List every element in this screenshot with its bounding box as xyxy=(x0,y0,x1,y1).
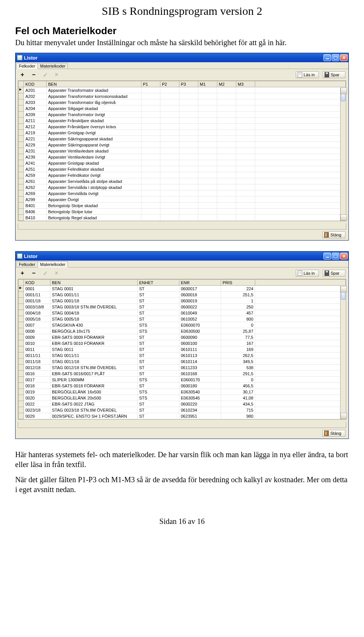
table-row[interactable]: 0011STAG 0011ST0610111169 xyxy=(19,346,346,352)
table-row[interactable]: 0009EBR-SATS 0009 FÖRANKRST060009077,5 xyxy=(19,334,346,340)
table-row[interactable]: A219Apparater Gnistgap övrigt xyxy=(19,130,346,136)
column-header[interactable]: ENR xyxy=(179,280,221,286)
cell xyxy=(141,166,160,172)
table-row[interactable]: A299Apparater Övrigt xyxy=(19,197,346,203)
table-row[interactable]: 0018EBR-SATS 0018 FÖRANKRST0600180456,5 xyxy=(19,383,346,389)
remove-button[interactable] xyxy=(30,71,38,79)
felkoder-grid[interactable]: KODBENP1P2P3M1M2M3A201Apparater Transfor… xyxy=(18,80,346,221)
remove-button[interactable] xyxy=(30,269,38,277)
column-header[interactable]: ENHET xyxy=(138,280,179,286)
tab-materielkoder[interactable]: Materielkoder xyxy=(38,63,68,69)
column-header[interactable]: P2 xyxy=(160,81,179,87)
column-header[interactable]: BEN xyxy=(50,280,138,286)
column-header[interactable]: KOD xyxy=(24,280,50,286)
column-header[interactable]: P1 xyxy=(141,81,160,87)
table-row[interactable]: 0004/18STAG 0004/18ST0610049457 xyxy=(19,310,346,316)
table-row[interactable]: 0022EBR-SATS 0022 JTAGST0600220434,5 xyxy=(19,401,346,407)
table-row[interactable]: A259Apparater Felindikator övrigt xyxy=(19,172,346,178)
table-row[interactable]: 0016EBR-SATS 0016/0017 PLÅTST0610168291,… xyxy=(19,371,346,377)
vertical-scrollbar[interactable] xyxy=(340,286,346,419)
minimize-button[interactable] xyxy=(323,54,331,61)
cancel-button[interactable] xyxy=(53,71,60,79)
table-row[interactable]: 0005/18STAG 0005/18ST0610052800 xyxy=(19,316,346,322)
table-row[interactable]: 0019BERGÖGLELÄNK 16x500STSE063054030,17 xyxy=(19,389,346,395)
table-row[interactable]: A211Apparater Frånskiljare skadad xyxy=(19,118,346,124)
read-label: Läs in xyxy=(304,72,315,77)
read-button[interactable]: Läs in xyxy=(296,270,319,277)
table-row[interactable]: A229Apparater Säkringsapparat övrigt xyxy=(19,142,346,148)
cell: ST xyxy=(138,304,179,310)
cell xyxy=(141,172,160,178)
close-window-button[interactable]: Stäng xyxy=(322,231,345,238)
table-row[interactable]: A239Apparater Ventilavledare övrigt xyxy=(19,154,346,160)
table-row[interactable]: 0001STAG 0001ST0600017224 xyxy=(19,286,346,292)
close-button[interactable] xyxy=(340,253,348,260)
cancel-button[interactable] xyxy=(53,269,60,277)
cell xyxy=(141,178,160,184)
table-row[interactable]: A201Apparater Transformator skadad xyxy=(19,87,346,93)
column-header[interactable]: M3 xyxy=(236,81,255,87)
close-window-button[interactable]: Stäng xyxy=(322,430,345,437)
table-row[interactable]: A269Apparater Servislåda övrigt xyxy=(19,190,346,197)
column-header[interactable]: P3 xyxy=(179,81,198,87)
cell: STS xyxy=(138,389,179,395)
cell: Apparater Ventilavledare skadad xyxy=(47,148,141,154)
tab-materielkoder[interactable]: Materielkoder xyxy=(38,261,68,267)
table-row[interactable]: A204Apparater Siligagel skadad xyxy=(19,105,346,112)
table-row[interactable]: 0007STAGSKIVA 430STSE06000700 xyxy=(19,322,346,328)
tab-felkoder[interactable]: Felkoder xyxy=(16,63,38,69)
cell: 0008 xyxy=(24,328,50,334)
close-button[interactable] xyxy=(340,54,348,61)
maximize-button[interactable] xyxy=(332,253,339,260)
table-row[interactable]: A241Apparater Gnistgap skadad xyxy=(19,160,346,166)
table-row[interactable]: A212Apparater Frånskiljare översyn krävs xyxy=(19,124,346,130)
confirm-button[interactable] xyxy=(41,269,49,277)
column-header[interactable]: PRIS xyxy=(221,280,255,286)
table-row[interactable]: 0017SLIPER 1300MMSTSE06001700 xyxy=(19,377,346,383)
column-header[interactable]: BEN xyxy=(47,81,141,87)
table-row[interactable]: 0010EBR-SATS 0010 FÖRANKRST0600100167 xyxy=(19,340,346,346)
table-row[interactable]: A221Apparater Säkringsapparat skadad xyxy=(19,136,346,142)
add-button[interactable] xyxy=(19,71,26,79)
table-row[interactable]: A209Apparater Transformator övrigt xyxy=(19,112,346,118)
confirm-button[interactable] xyxy=(41,71,49,79)
column-header[interactable]: M2 xyxy=(217,81,236,87)
read-button[interactable]: Läs in xyxy=(296,71,319,78)
table-row[interactable]: 0003/18/8STAG 0003/18 STN.8M ÖVERDELST06… xyxy=(19,304,346,310)
table-row[interactable]: 0012/18STAG 0012/18 STN.8M ÖVERDELST0611… xyxy=(19,365,346,371)
table-row[interactable]: A262Apparater Servislåda i stolptopp ska… xyxy=(19,184,346,190)
add-button[interactable] xyxy=(19,269,26,277)
minimize-button[interactable] xyxy=(323,253,331,260)
table-row[interactable]: 0020BERGÖGLELÄNK 20x500STSE063054541,08 xyxy=(19,395,346,401)
page-footer: Sidan 16 av 16 xyxy=(15,517,349,526)
table-row[interactable]: 0023/18STAG 0023/18 STN.8M ÖVERDELST0610… xyxy=(19,407,346,413)
table-row[interactable]: A251Apparater Felindikator skadad xyxy=(19,166,346,172)
table-row[interactable]: 0008BERGÖGLA 18x175STSE063050025,87 xyxy=(19,328,346,334)
table-row[interactable]: A231Apparater Ventilavledare skadad xyxy=(19,148,346,154)
cell: E0630545 xyxy=(179,395,221,401)
table-row[interactable]: A203Apparater Transformator låg oljenivå xyxy=(19,99,346,105)
table-row[interactable]: 00290029/SPEC. ENSTO SH 1 FÖRSTJÄRNST062… xyxy=(19,413,346,419)
titlebar[interactable]: Listor xyxy=(16,252,348,261)
table-row[interactable]: A261Apparater Serviselåda på stolpe skad… xyxy=(19,178,346,184)
cell: STS xyxy=(138,322,179,328)
table-row[interactable]: 0011/11STAG 0011/11ST0610113262,5 xyxy=(19,352,346,359)
column-header[interactable]: M1 xyxy=(198,81,217,87)
table-row[interactable]: A202Apparater Transformator korrosionssk… xyxy=(19,93,346,99)
column-header[interactable]: KOD xyxy=(24,81,47,87)
cell: Apparater Transformator övrigt xyxy=(47,112,141,118)
table-row[interactable]: B410Betongstolp Regel skadad xyxy=(19,215,346,221)
save-button[interactable]: Spar xyxy=(323,270,345,277)
maximize-button[interactable] xyxy=(332,54,339,61)
titlebar[interactable]: Listor xyxy=(16,53,348,62)
materielkoder-grid[interactable]: KODBENENHETENRPRIS0001STAG 0001ST0600017… xyxy=(18,279,346,420)
table-row[interactable]: 0001/11STAG 0001/11ST0600018251,5 xyxy=(19,292,346,298)
table-row[interactable]: 0001/18STAG 0001/18ST06000191 xyxy=(19,298,346,304)
vertical-scrollbar[interactable] xyxy=(340,88,346,221)
table-row[interactable]: 0011/18STAG 0011/18ST0610114349,5 xyxy=(19,359,346,365)
tab-felkoder[interactable]: Felkoder xyxy=(16,261,38,267)
save-button[interactable]: Spar xyxy=(323,71,345,78)
cell: ST xyxy=(138,365,179,371)
table-row[interactable]: B406Betongstolp Stolpe lutar xyxy=(19,209,346,215)
table-row[interactable]: B401Betongstolp Stolpe skadad xyxy=(19,203,346,209)
